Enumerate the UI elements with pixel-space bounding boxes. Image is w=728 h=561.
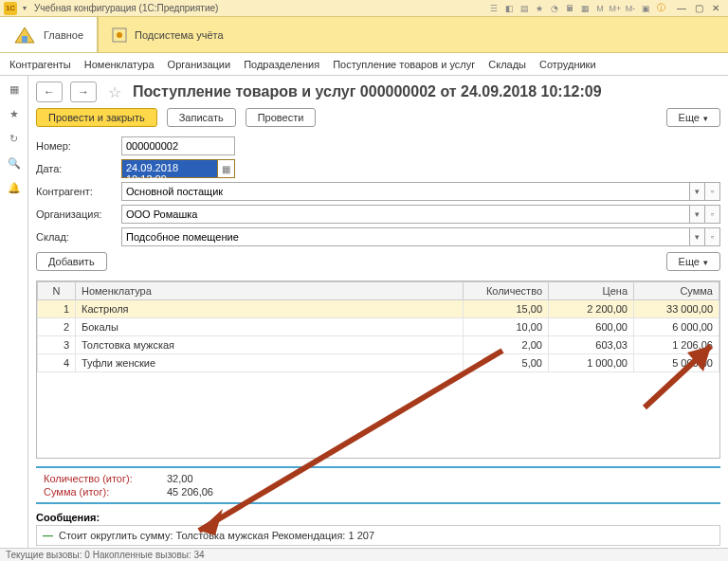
- bell-icon[interactable]: 🔔: [7, 180, 22, 195]
- history-icon[interactable]: ↻: [7, 131, 22, 146]
- left-toolbar: ▦ ★ ↻ 🔍 🔔: [0, 76, 28, 548]
- nav-departments[interactable]: Подразделения: [244, 59, 319, 70]
- search-icon[interactable]: 🔍: [7, 155, 22, 171]
- titlebar-toolbar: ☰ ◧ ▤ ★ ◔ 🖩 ▦ M M+ M- ▣ ⓘ: [487, 2, 667, 15]
- section-tabs: Главное Подсистема учёта: [0, 17, 728, 53]
- nav-warehouses[interactable]: Склады: [488, 59, 526, 70]
- calendar-icon[interactable]: ▦: [217, 160, 234, 177]
- nav-links: Контрагенты Номенклатура Организации Под…: [0, 53, 728, 76]
- warehouse-dropdown-icon[interactable]: ▾: [690, 227, 705, 246]
- window-title: Учебная конфигурация (1С:Предприятие): [34, 3, 487, 13]
- save-button[interactable]: Записать: [167, 108, 236, 127]
- contractor-field[interactable]: Основной постащик: [121, 182, 690, 201]
- col-price[interactable]: Цена: [549, 282, 634, 300]
- date-field[interactable]: 24.09.2018 10:12:09 ▦: [121, 159, 235, 178]
- tb-icon-10[interactable]: M-: [624, 2, 637, 15]
- nav-organizations[interactable]: Организации: [168, 59, 231, 70]
- tb-icon-2[interactable]: ◧: [502, 2, 516, 15]
- page-title: Поступление товаров и услуг 000000002 от…: [133, 83, 602, 100]
- nav-contractors[interactable]: Контрагенты: [9, 59, 71, 70]
- tab-main[interactable]: Главное: [0, 17, 98, 52]
- tab-main-label: Главное: [44, 29, 83, 41]
- contractor-label: Контрагент:: [36, 186, 121, 197]
- nav-goods-receipt[interactable]: Поступление товаров и услуг: [333, 59, 475, 70]
- tb-icon-5[interactable]: ◔: [548, 2, 561, 15]
- tb-icon-6[interactable]: 🖩: [563, 2, 576, 15]
- totals-block: Количество (итог):32,00 Сумма (итог):45 …: [36, 466, 720, 504]
- document-form: ← → ☆ Поступление товаров и услуг 000000…: [28, 76, 728, 548]
- tab-subsystem[interactable]: Подсистема учёта: [98, 17, 237, 52]
- messages-block: Сообщения: — Стоит округлить сумму: Толс…: [36, 510, 720, 546]
- organization-field[interactable]: ООО Ромашка: [121, 205, 690, 224]
- number-field[interactable]: [121, 136, 235, 155]
- organization-open-icon[interactable]: ▫: [705, 205, 720, 224]
- contractor-open-icon[interactable]: ▫: [705, 182, 720, 201]
- tb-icon-1[interactable]: ☰: [487, 2, 500, 15]
- col-qty[interactable]: Количество: [464, 282, 549, 300]
- favorite-toggle[interactable]: ☆: [104, 81, 125, 102]
- svg-rect-0: [22, 36, 27, 43]
- sum-total-value: 45 206,06: [167, 486, 213, 498]
- table-row[interactable]: 1Кастрюля 15,002 200,0033 000,00: [38, 300, 719, 318]
- maximize-button[interactable]: ▢: [690, 2, 707, 15]
- warehouse-label: Склад:: [36, 231, 121, 243]
- nav-nomenclature[interactable]: Номенклатура: [84, 59, 155, 70]
- tb-icon-3[interactable]: ▤: [518, 2, 531, 15]
- col-nomenclature[interactable]: Номенклатура: [76, 282, 464, 300]
- tb-icon-11[interactable]: ▣: [639, 2, 652, 15]
- table-row[interactable]: 4Туфли женские 5,001 000,005 000,00: [38, 354, 719, 372]
- message-bullet-icon: —: [43, 530, 53, 541]
- table-row[interactable]: 2Бокалы 10,00600,006 000,00: [38, 318, 719, 336]
- star-icon[interactable]: ★: [7, 106, 22, 121]
- close-button[interactable]: ✕: [707, 2, 724, 15]
- date-value: 24.09.2018 10:12:09: [122, 160, 217, 177]
- post-button[interactable]: Провести: [246, 108, 317, 127]
- warehouse-open-icon[interactable]: ▫: [705, 227, 720, 246]
- date-label: Дата:: [36, 163, 121, 174]
- col-n[interactable]: N: [38, 282, 76, 300]
- grid-icon[interactable]: ▦: [7, 81, 22, 97]
- nav-back-button[interactable]: ←: [36, 81, 63, 102]
- svg-point-2: [117, 32, 122, 38]
- window-titlebar: 1C ▾ Учебная конфигурация (1С:Предприяти…: [0, 0, 728, 17]
- table-row[interactable]: 3Толстовка мужская 2,00603,031 206,06: [38, 336, 719, 354]
- qty-total-label: Количество (итог):: [44, 473, 167, 484]
- tab-main-icon: [13, 24, 36, 46]
- app-icon: 1C: [4, 2, 17, 15]
- organization-dropdown-icon[interactable]: ▾: [690, 205, 705, 224]
- tb-icon-4[interactable]: ★: [533, 2, 546, 15]
- col-sum[interactable]: Сумма: [634, 282, 719, 300]
- messages-header: Сообщения:: [36, 510, 720, 525]
- nav-employees[interactable]: Сотрудники: [539, 59, 596, 70]
- more-button-table[interactable]: Еще▾: [666, 252, 720, 271]
- info-icon[interactable]: ⓘ: [654, 2, 667, 15]
- warehouse-field[interactable]: Подсобное помещение: [121, 227, 690, 246]
- post-and-close-button[interactable]: Провести и закрыть: [36, 108, 157, 127]
- statusbar-text: Текущие вызовы: 0 Накопленные вызовы: 34: [6, 550, 205, 560]
- message-text: Стоит округлить сумму: Толстовка мужская…: [59, 530, 374, 541]
- minimize-button[interactable]: —: [673, 2, 690, 15]
- tb-icon-7[interactable]: ▦: [578, 2, 592, 15]
- tb-icon-8[interactable]: M: [593, 2, 607, 15]
- sum-total-label: Сумма (итог):: [44, 486, 167, 498]
- message-line[interactable]: — Стоит округлить сумму: Толстовка мужск…: [36, 525, 720, 546]
- number-label: Номер:: [36, 140, 121, 152]
- qty-total-value: 32,00: [167, 473, 193, 484]
- nav-forward-button[interactable]: →: [70, 81, 97, 102]
- add-row-button[interactable]: Добавить: [36, 252, 107, 271]
- titlebar-dropdown-icon[interactable]: ▾: [19, 3, 30, 14]
- tab-subsystem-icon: [112, 27, 127, 43]
- tb-icon-9[interactable]: M+: [609, 2, 622, 15]
- tab-subsystem-label: Подсистема учёта: [135, 29, 224, 41]
- more-button-top[interactable]: Еще▾: [666, 108, 720, 127]
- items-table: N Номенклатура Количество Цена Сумма 1Ка…: [36, 280, 720, 459]
- organization-label: Организация:: [36, 208, 121, 220]
- contractor-dropdown-icon[interactable]: ▾: [690, 182, 705, 201]
- statusbar: Текущие вызовы: 0 Накопленные вызовы: 34: [0, 548, 728, 561]
